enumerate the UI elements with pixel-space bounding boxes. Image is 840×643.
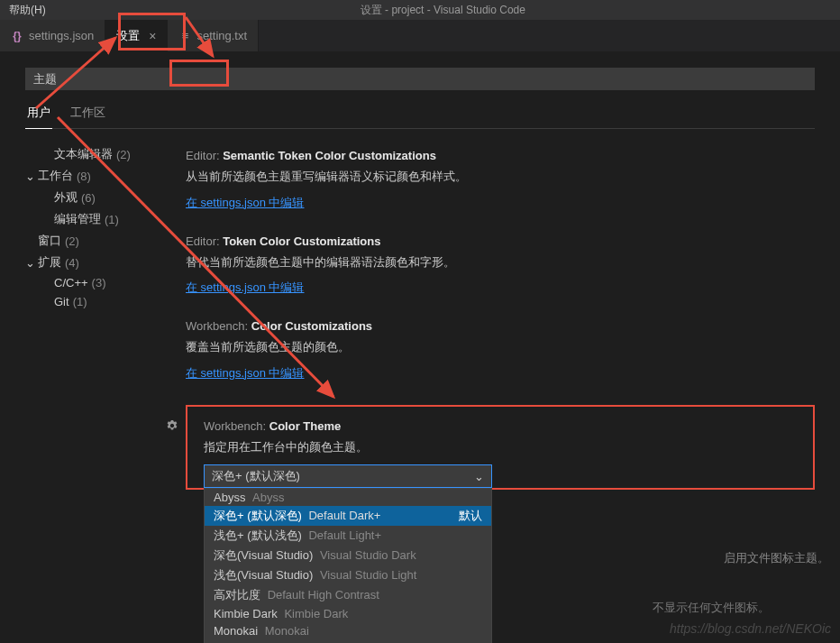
dropdown-option[interactable]: Kimbie Dark Kimbie Dark — [205, 605, 491, 622]
tab-settings[interactable]: 设置 × — [105, 20, 168, 51]
dropdown-option[interactable]: 深色(Visual Studio) Visual Studio Dark — [205, 546, 491, 565]
toc-item[interactable]: 编辑管理 (1) — [25, 208, 160, 230]
toc-item[interactable]: 文本编辑器 (2) — [25, 143, 160, 165]
toc-item[interactable]: C/C++ (3) — [25, 273, 160, 292]
close-icon[interactable]: × — [149, 29, 156, 43]
tab-user[interactable]: 用户 — [25, 101, 52, 128]
settings-search-input[interactable] — [25, 68, 815, 90]
window-title: 设置 - project - Visual Studio Code — [46, 3, 840, 18]
dropdown-selected: 深色+ (默认深色) — [212, 468, 300, 484]
toc-item[interactable]: 窗口 (2) — [25, 230, 160, 252]
color-theme-setting: Workbench: Color Theme 指定用在工作台中的颜色主题。 深色… — [186, 405, 815, 491]
chevron-down-icon: ⌄ — [474, 470, 484, 483]
edit-in-json-link[interactable]: 在 settings.json 中编辑 — [186, 366, 305, 380]
tab-bar: {} settings.json 设置 × ≡ setting.txt — [0, 20, 840, 51]
edit-in-json-link[interactable]: 在 settings.json 中编辑 — [186, 280, 305, 294]
tab-setting-txt[interactable]: ≡ setting.txt — [168, 20, 259, 51]
setting-item: Editor: Token Color Customizations替代当前所选… — [186, 234, 815, 297]
toc-item[interactable]: ⌄工作台 (8) — [25, 165, 160, 187]
dropdown-option[interactable]: Abyss Abyss — [205, 489, 491, 506]
scope-tabs: 用户 工作区 — [25, 101, 815, 129]
dropdown-option[interactable]: Monokai Monokai — [205, 622, 491, 639]
edit-in-json-link[interactable]: 在 settings.json 中编辑 — [186, 196, 305, 209]
tab-workspace[interactable]: 工作区 — [68, 101, 107, 128]
json-icon: {} — [11, 30, 23, 42]
tab-label: setting.txt — [196, 29, 247, 42]
dropdown-option[interactable]: 高对比度 Default High Contrast — [205, 585, 491, 605]
setting-title: Workbench: Color Theme — [204, 419, 797, 433]
toc-item[interactable]: ⌄扩展 (4) — [25, 252, 160, 273]
dropdown-option[interactable]: 浅色+ (默认浅色) Default Light+ — [205, 526, 491, 546]
settings-list: Editor: Semantic Token Color Customizati… — [186, 142, 815, 490]
text-icon: ≡ — [178, 30, 191, 42]
watermark: https://blog.csdn.net/NEKOic — [670, 621, 831, 636]
setting-item: Workbench: Color Customizations覆盖当前所选颜色主… — [186, 319, 815, 381]
dropdown-option[interactable]: 浅色(Visual Studio) Visual Studio Light — [205, 565, 491, 585]
title-bar: 帮助(H) 设置 - project - Visual Studio Code — [0, 0, 840, 20]
menu-help[interactable]: 帮助(H) — [9, 3, 46, 18]
tab-settings-json[interactable]: {} settings.json — [0, 20, 105, 51]
setting-item: Editor: Semantic Token Color Customizati… — [186, 149, 815, 211]
icon-theme-hint: 启用文件图标主题。 — [724, 550, 829, 566]
toc-item[interactable]: Git (1) — [25, 292, 160, 311]
toc-item[interactable]: 外观 (6) — [25, 187, 160, 208]
setting-description: 指定用在工作台中的颜色主题。 — [204, 438, 797, 456]
theme-dropdown[interactable]: 深色+ (默认深色) ⌄ — [204, 464, 492, 488]
gear-icon[interactable] — [166, 419, 178, 435]
theme-dropdown-list: Abyss Abyss深色+ (默认深色) Default Dark+默认浅色+… — [204, 488, 492, 643]
no-icon-hint: 不显示任何文件图标。 — [653, 600, 770, 616]
dropdown-option[interactable]: 深色+ (默认深色) Default Dark+默认 — [205, 506, 491, 526]
settings-toc: 文本编辑器 (2)⌄工作台 (8)外观 (6)编辑管理 (1)窗口 (2)⌄扩展… — [25, 142, 160, 490]
tab-label: settings.json — [29, 29, 94, 42]
tab-label: 设置 — [116, 28, 140, 44]
dropdown-option[interactable]: Monokai Dimmed Monokai Dimmed — [205, 639, 491, 643]
